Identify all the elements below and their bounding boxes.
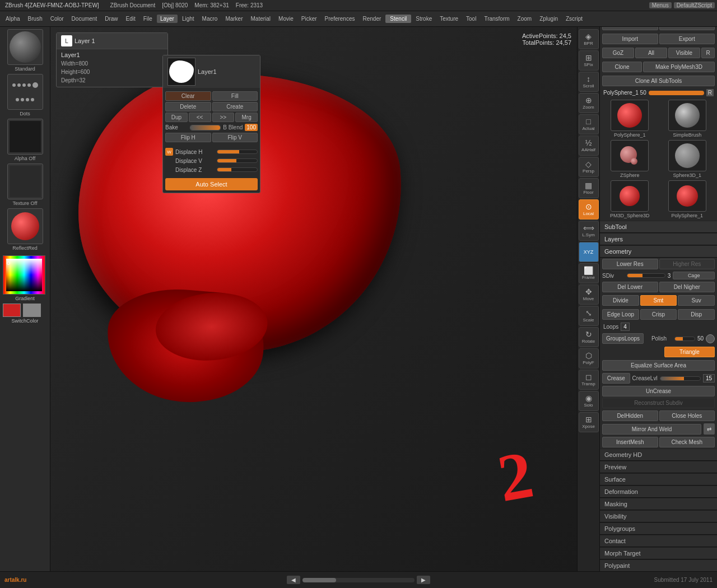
bpr-button[interactable]: ◈BPR [579, 29, 599, 49]
scroll-button[interactable]: ↕Scroll [579, 72, 599, 92]
scroll-right-button[interactable]: ▶ [417, 576, 430, 584]
mesh-item-polysphere1[interactable]: PolySphere_1 [602, 100, 658, 138]
menu-layer[interactable]: Layer [157, 15, 178, 23]
higher-res-button[interactable]: Higher Res [659, 259, 715, 269]
bottom-scrollbar[interactable] [302, 578, 415, 582]
goz-button[interactable]: GoZ [602, 48, 634, 58]
menu-movie[interactable]: Movie [275, 15, 297, 23]
background-color[interactable] [23, 304, 41, 317]
make-polymesh-button[interactable]: Make PolyMesh3D [643, 62, 715, 72]
auto-select-button[interactable]: Auto Select [165, 178, 258, 190]
layers-section-header[interactable]: Layers [600, 233, 717, 245]
brush-standard[interactable]: Standard [3, 29, 48, 72]
flip-v-button[interactable]: Flip V [212, 133, 258, 142]
menu-brush[interactable]: Brush [25, 15, 46, 23]
switch-color-label[interactable]: SwitchColor [3, 318, 48, 324]
aahalf-button[interactable]: ½AAHalf [579, 136, 599, 156]
frame-button[interactable]: ⬜Frame [579, 263, 599, 283]
menu-zplugin[interactable]: Zplugin [536, 15, 561, 23]
foreground-color[interactable] [3, 304, 21, 317]
masking-section[interactable]: Masking [600, 498, 717, 510]
menu-render[interactable]: Render [360, 15, 385, 23]
close-holes-button[interactable]: Close Holes [659, 410, 715, 421]
crisp-button[interactable]: Crisp [640, 309, 677, 320]
clear-button[interactable]: Clear [165, 91, 211, 101]
deformation-section[interactable]: Deformation [600, 486, 717, 498]
preview-section[interactable]: Preview [600, 461, 717, 473]
scale-button[interactable]: ⤡Scale [579, 306, 599, 326]
transp-button[interactable]: ◻Transp [579, 370, 599, 390]
menu-light[interactable]: Light [179, 15, 198, 23]
suv-button[interactable]: Suv [678, 295, 715, 306]
mesh-item-sphere3d[interactable]: SimpleBrush [660, 100, 715, 138]
prev-button[interactable]: << [189, 113, 211, 122]
lower-res-button[interactable]: Lower Res [602, 259, 658, 269]
clone-all-button[interactable]: Clone All SubTools [602, 76, 715, 86]
menu-picker[interactable]: Picker [298, 15, 320, 23]
menu-edit[interactable]: Edit [123, 15, 139, 23]
del-hidden-button[interactable]: DelHidden [602, 410, 658, 421]
visible-button[interactable]: Visible [668, 48, 700, 58]
canvas-background[interactable]: 2 L Layer 1 Layer1 Width=800 Height=600 … [50, 27, 577, 571]
contact-section[interactable]: Contact [600, 535, 717, 547]
actual-button[interactable]: □Actual [579, 114, 599, 134]
export-button[interactable]: Export [659, 34, 715, 44]
xyz-button[interactable]: XYZ [579, 242, 599, 262]
del-lower-button[interactable]: Del Lower [602, 282, 658, 292]
groups-loops-button[interactable]: GroupsLoops [602, 333, 644, 344]
poly-slider[interactable] [649, 91, 704, 95]
brush-reflect-red[interactable]: ReflectRed [3, 208, 48, 251]
menu-file[interactable]: File [140, 15, 156, 23]
sdiv-slider[interactable] [627, 273, 665, 278]
smt-button[interactable]: Smt [640, 295, 677, 306]
spix-button[interactable]: ⊞SPix [579, 50, 599, 71]
divide-button[interactable]: Divide [602, 295, 639, 306]
crease-slider[interactable] [660, 376, 701, 381]
menu-stencil[interactable]: Stencil [385, 15, 411, 23]
surface-section[interactable]: Surface [600, 473, 717, 486]
displace-h-slider[interactable] [217, 150, 258, 154]
all-button[interactable]: All [635, 48, 667, 58]
local-button[interactable]: ⊙Local [579, 199, 599, 220]
menu-marker[interactable]: Marker [222, 15, 246, 23]
menu-alpha[interactable]: Alpha [2, 15, 24, 23]
geometry-hd-section[interactable]: Geometry HD [600, 449, 717, 461]
menu-zscript[interactable]: Zscript [562, 15, 586, 23]
equalize-surface-button[interactable]: Equalize Surface Area [602, 360, 715, 371]
dup-button[interactable]: Dup [165, 113, 188, 122]
brush-dots[interactable]: Dots [3, 74, 48, 116]
color-gradient[interactable] [3, 255, 45, 295]
scroll-left-button[interactable]: ◀ [287, 576, 300, 584]
subtool-section-header[interactable]: SubTool [600, 221, 717, 233]
triangle-button[interactable]: Triangle [664, 347, 715, 357]
uncrease-button[interactable]: UnCrease [602, 386, 715, 396]
floor-button[interactable]: ▦Floor [579, 178, 599, 198]
visibility-section[interactable]: Visibility [600, 510, 717, 522]
crease-button[interactable]: Crease [602, 373, 630, 384]
displace-z-slider[interactable] [217, 167, 258, 172]
bblend-slider[interactable] [190, 125, 221, 130]
menu-texture[interactable]: Texture [436, 15, 462, 23]
flip-h-button[interactable]: Flip H [165, 133, 211, 142]
polyf-button[interactable]: ⬡PolyF [579, 348, 599, 368]
insert-mesh-button[interactable]: InsertMesh [602, 437, 658, 447]
mirror-and-weld-button[interactable]: Mirror And Weld [602, 424, 701, 435]
import-button[interactable]: Import [602, 34, 658, 44]
mesh-item-sphere3d-1[interactable]: Sphere3D_1 [660, 140, 715, 178]
r-button[interactable]: R [701, 48, 715, 58]
mirror-icon[interactable]: ⇄ [704, 423, 715, 435]
lsym-button[interactable]: ⟺L.Sym [579, 221, 599, 241]
polish-circle[interactable] [706, 334, 715, 343]
mesh-item-pm3d[interactable]: PM3D_Sphere3D [602, 180, 658, 218]
solo-button[interactable]: ◉Solo [579, 391, 599, 411]
edge-loop-button[interactable]: Edge Loop [602, 309, 639, 320]
menu-tool[interactable]: Tool [463, 15, 479, 23]
displace-v-slider[interactable] [217, 158, 258, 163]
menu-preferences[interactable]: Preferences [322, 15, 358, 23]
mesh-item-zsphere[interactable]: ZSphere [602, 140, 658, 178]
menu-material[interactable]: Material [248, 15, 274, 23]
mrg-button[interactable]: Mrg [235, 113, 258, 122]
fill-button[interactable]: Fill [212, 91, 258, 101]
create-button[interactable]: Create [212, 102, 258, 111]
menu-color[interactable]: Color [47, 15, 67, 23]
